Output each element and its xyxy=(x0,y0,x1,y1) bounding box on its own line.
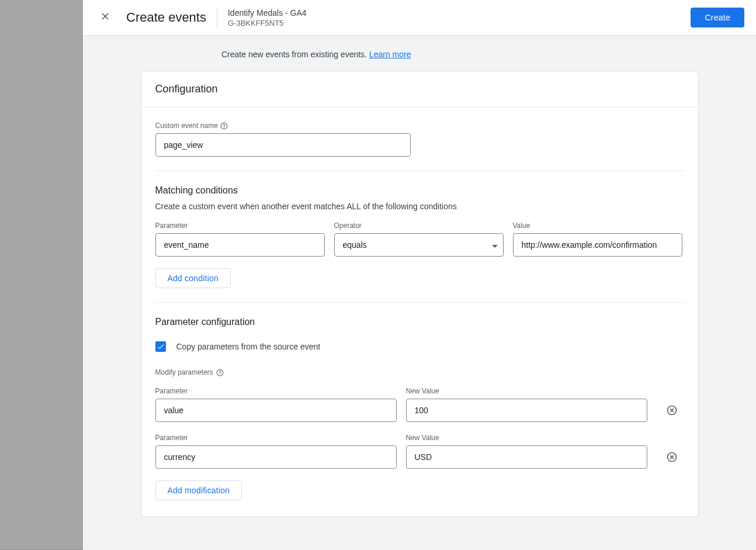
condition-parameter-col: Parameter xyxy=(155,222,325,257)
parameter-col: Parameter xyxy=(155,387,397,422)
divider xyxy=(155,302,684,303)
parameter-label: Parameter xyxy=(155,434,397,442)
help-icon[interactable] xyxy=(216,369,224,376)
property-id: G-3BKKFF5NT5 xyxy=(228,19,307,27)
add-condition-button[interactable]: Add condition xyxy=(155,268,231,288)
custom-event-label: Custom event name xyxy=(155,122,684,130)
panel-body: Create new events from existing events. … xyxy=(83,36,756,550)
condition-value-col: Value xyxy=(513,222,682,257)
bg-overlay xyxy=(0,0,83,550)
matching-conditions-title: Matching conditions xyxy=(155,185,684,196)
parameter-config-title: Parameter configuration xyxy=(155,317,684,327)
condition-parameter-input[interactable] xyxy=(155,233,325,257)
intro-text-content: Create new events from existing events. xyxy=(221,50,369,59)
divider xyxy=(155,171,684,171)
parameter-col: Parameter xyxy=(155,434,397,469)
condition-value-input[interactable] xyxy=(513,233,682,257)
condition-operator-col: Operator xyxy=(334,222,504,257)
new-value-label: New Value xyxy=(406,434,647,442)
card-header: Configuration xyxy=(141,71,698,108)
condition-row: Parameter Operator Value xyxy=(155,222,684,257)
parameter-label: Parameter xyxy=(155,222,325,230)
copy-parameters-checkbox[interactable] xyxy=(155,341,166,352)
card-content: Custom event name Matching conditions Cr… xyxy=(141,108,698,517)
configuration-card: Configuration Custom event name Matching… xyxy=(141,71,699,517)
copy-parameters-row: Copy parameters from the source event xyxy=(155,341,684,352)
parameter-input[interactable] xyxy=(155,399,397,422)
matching-conditions-desc: Create a custom event when another event… xyxy=(155,202,684,211)
panel-title: Create events xyxy=(126,10,206,25)
card-title: Configuration xyxy=(155,83,684,95)
operator-label: Operator xyxy=(334,222,504,230)
copy-parameters-label: Copy parameters from the source event xyxy=(176,342,321,351)
parameter-input[interactable] xyxy=(155,445,397,469)
modify-parameters-label: Modify parameters xyxy=(155,368,684,376)
remove-row-button[interactable] xyxy=(665,445,679,469)
modify-parameter-row: Parameter New Value xyxy=(155,434,684,469)
operator-select[interactable] xyxy=(334,233,504,257)
panel-header: Create events Identify Medals - GA4 G-3B… xyxy=(83,0,756,36)
property-name: Identify Medals - GA4 xyxy=(228,8,307,18)
new-value-input[interactable] xyxy=(406,445,647,469)
new-value-col: New Value xyxy=(406,434,647,469)
learn-more-link[interactable]: Learn more xyxy=(369,50,411,59)
value-label: Value xyxy=(513,222,682,230)
close-icon[interactable] xyxy=(99,11,113,25)
parameter-label: Parameter xyxy=(155,387,397,395)
help-icon[interactable] xyxy=(220,122,228,130)
modify-parameters-label-text: Modify parameters xyxy=(155,368,213,376)
custom-event-name-input[interactable] xyxy=(155,133,411,157)
remove-row-button[interactable] xyxy=(665,399,679,422)
new-value-label: New Value xyxy=(406,387,647,395)
intro-text: Create new events from existing events. … xyxy=(83,36,756,71)
modify-parameter-row: Parameter New Value xyxy=(155,387,684,422)
new-value-input[interactable] xyxy=(406,399,647,422)
create-button[interactable]: Create xyxy=(691,8,744,27)
custom-event-label-text: Custom event name xyxy=(155,122,218,130)
operator-select-value[interactable] xyxy=(334,233,504,257)
add-modification-button[interactable]: Add modification xyxy=(155,480,242,500)
property-info: Identify Medals - GA4 G-3BKKFF5NT5 xyxy=(228,8,307,27)
create-events-panel: Create events Identify Medals - GA4 G-3B… xyxy=(83,0,756,550)
new-value-col: New Value xyxy=(406,387,647,422)
divider xyxy=(217,7,217,28)
